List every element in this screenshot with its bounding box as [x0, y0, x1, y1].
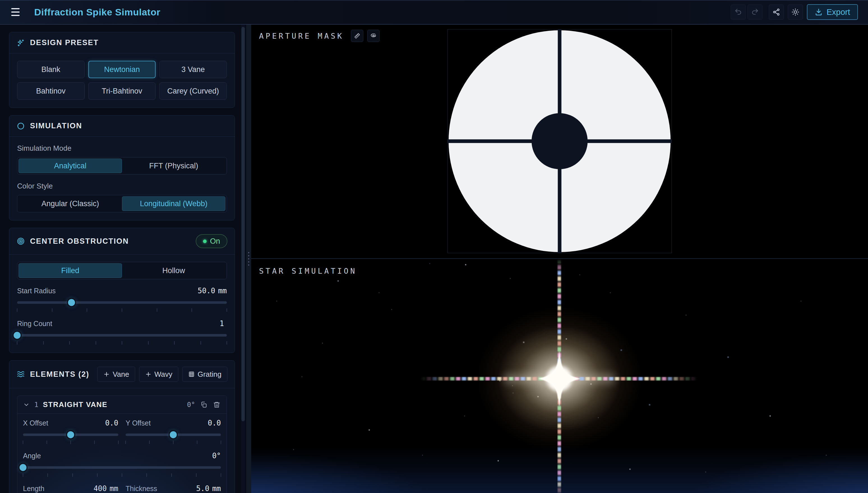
- page-title: Diffraction Spike Simulator: [34, 7, 160, 18]
- target-icon: [17, 237, 25, 245]
- thickness-block: Thickness 5.0mm: [126, 484, 221, 493]
- color-longitudinal-webb[interactable]: Longitudinal (Webb): [122, 196, 225, 211]
- add-grating-button[interactable]: Grating: [182, 367, 227, 382]
- star-simulation-panel: STAR SIMULATION: [251, 259, 868, 493]
- redo-button[interactable]: [747, 4, 763, 20]
- mode-analytical[interactable]: Analytical: [19, 158, 122, 173]
- sidebar-scrollbar-thumb[interactable]: [241, 27, 245, 421]
- slider-value: 1: [220, 319, 227, 328]
- design-preset-panel: DESIGN PRESET Blank Newtonian 3 Vane Bah…: [9, 32, 235, 108]
- panel-title: CENTER OBSTRUCTION: [30, 237, 129, 246]
- y-offset-slider[interactable]: [126, 431, 221, 438]
- app-header: Diffraction Spike Simulator: [0, 0, 868, 25]
- sidebar-scrollbar: [241, 25, 245, 493]
- simulation-mode-segmented: Analytical FFT (Physical): [17, 157, 227, 174]
- toggle-label: On: [210, 237, 220, 246]
- star-simulation-label: STAR SIMULATION: [259, 267, 357, 275]
- share-icon: [772, 8, 780, 16]
- circle-icon: [17, 122, 25, 130]
- mode-fft-physical[interactable]: FFT (Physical): [122, 158, 225, 173]
- chevron-down-icon[interactable]: [23, 401, 30, 408]
- menu-icon[interactable]: [11, 5, 26, 19]
- export-label: Export: [827, 7, 850, 17]
- center-obstruction-disc: [532, 113, 587, 169]
- vane-type: STRAIGHT VANE: [43, 400, 107, 409]
- angle-block: Angle 0°: [23, 452, 221, 477]
- preset-blank[interactable]: Blank: [17, 61, 85, 78]
- share-button[interactable]: [769, 4, 784, 20]
- slider-ticks: [23, 441, 118, 444]
- theme-toggle-button[interactable]: [788, 4, 803, 20]
- vane-angle-badge: 0°: [187, 401, 195, 409]
- angle-slider[interactable]: [23, 464, 221, 471]
- center-obstruction-panel: CENTER OBSTRUCTION On Filled Hollow Star…: [9, 228, 235, 353]
- x-offset-block: X Offset 0.0: [23, 419, 118, 444]
- y-offset-block: Y Offset 0.0: [126, 419, 221, 444]
- ruler-icon[interactable]: [351, 30, 363, 42]
- start-radius-slider-block: Start Radius 50.0mm: [17, 286, 227, 312]
- sun-icon: [791, 8, 799, 16]
- slider-label: Ring Count: [17, 320, 52, 328]
- aperture-mask-canvas[interactable]: [448, 29, 672, 253]
- ring-count-slider-block: Ring Count 1: [17, 319, 227, 345]
- preset-bahtinov[interactable]: Bahtinov: [17, 82, 85, 100]
- slider-ticks: [126, 441, 221, 444]
- star-simulation-canvas[interactable]: [251, 259, 868, 493]
- fill-hollow[interactable]: Hollow: [122, 263, 225, 278]
- fill-mode-segmented: Filled Hollow: [17, 262, 227, 279]
- panel-title: SIMULATION: [30, 122, 82, 130]
- plus-icon: [103, 371, 110, 378]
- preset-3-vane[interactable]: 3 Vane: [159, 61, 227, 78]
- viewer: APERTURE MASK: [251, 25, 868, 493]
- vane-card-1: 1 STRAIGHT VANE 0° X Offset 0.0: [17, 395, 227, 493]
- preset-carey-curved[interactable]: Carey (Curved): [159, 82, 227, 100]
- start-radius-slider[interactable]: [17, 299, 227, 306]
- slider-value: 50.0mm: [198, 286, 227, 295]
- add-vane-button[interactable]: Vane: [97, 367, 135, 382]
- download-icon: [815, 8, 823, 16]
- grating-icon: [188, 371, 195, 378]
- fill-filled[interactable]: Filled: [19, 263, 122, 278]
- x-offset-slider[interactable]: [23, 431, 118, 438]
- preset-tri-bahtinov[interactable]: Tri-Bahtinov: [88, 82, 156, 100]
- status-dot: [203, 239, 207, 243]
- resize-handle[interactable]: [247, 251, 250, 267]
- elements-panel: ELEMENTS (2) Vane Wavy Grating: [9, 360, 235, 493]
- trash-icon[interactable]: [212, 401, 221, 409]
- add-wavy-button[interactable]: Wavy: [139, 367, 178, 382]
- aperture-mask-panel: APERTURE MASK: [251, 25, 868, 258]
- slider-ticks: [17, 341, 227, 345]
- panel-title: ELEMENTS (2): [30, 370, 89, 379]
- slider-label: Start Radius: [17, 287, 56, 295]
- ring-count-slider[interactable]: [17, 331, 227, 339]
- rotate-3d-icon[interactable]: [367, 30, 379, 42]
- color-angular-classic[interactable]: Angular (Classic): [19, 196, 122, 211]
- preset-newtonian[interactable]: Newtonian: [88, 61, 156, 78]
- background-stars: [251, 259, 252, 259]
- sidebar: DESIGN PRESET Blank Newtonian 3 Vane Bah…: [0, 25, 246, 493]
- sparkles-icon: [17, 39, 25, 47]
- obstruction-on-toggle[interactable]: On: [196, 234, 227, 248]
- undo-button[interactable]: [731, 4, 746, 20]
- panel-title: DESIGN PRESET: [30, 38, 99, 47]
- slider-ticks: [17, 308, 227, 312]
- color-style-label: Color Style: [17, 182, 227, 191]
- export-button[interactable]: Export: [807, 4, 858, 20]
- waves-icon: [17, 370, 25, 379]
- panel-resizer-gutter: [246, 25, 251, 493]
- copy-icon[interactable]: [200, 401, 208, 409]
- plus-icon: [145, 371, 152, 378]
- header-toolbar: Export: [731, 4, 868, 20]
- length-block: Length 400mm: [23, 484, 118, 493]
- redo-icon: [751, 8, 759, 16]
- simulation-mode-label: Simulation Mode: [17, 144, 227, 153]
- slider-ticks: [23, 473, 221, 477]
- vane-index: 1: [34, 401, 38, 409]
- undo-icon: [734, 8, 742, 16]
- preset-grid: Blank Newtonian 3 Vane Bahtinov Tri-Baht…: [17, 61, 227, 100]
- star-sparkle: [538, 351, 580, 407]
- color-style-segmented: Angular (Classic) Longitudinal (Webb): [17, 195, 227, 212]
- aperture-mask-label: APERTURE MASK: [259, 31, 344, 40]
- simulation-panel: SIMULATION Simulation Mode Analytical FF…: [9, 115, 235, 220]
